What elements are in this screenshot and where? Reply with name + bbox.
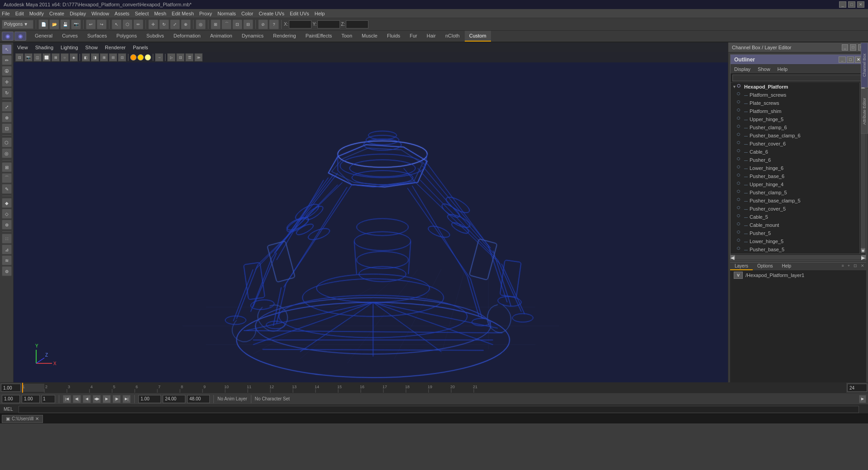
menu-window[interactable]: Window [91,11,109,16]
tree-item-14[interactable]: ⬡ — Pusher_cover_5 [731,205,859,213]
rotate-tool-btn[interactable]: ↻ [2,88,12,98]
frame-total-field[interactable] [187,395,210,403]
vp-menu-panels[interactable]: Panels [133,45,148,50]
channel-box-minimize[interactable]: _ [842,44,848,51]
cluster-btn[interactable]: ◆ [2,198,12,208]
paint-attr-btn[interactable]: ✎ [2,184,12,194]
tree-item-7[interactable]: ⬡ — Cable_6 [731,148,859,156]
lasso-button[interactable]: ⬡ [123,19,132,29]
outliner-menu-help[interactable]: Help [778,66,788,72]
light-color3-btn[interactable] [145,54,151,61]
transport-play-back[interactable]: ◀▶ [93,395,101,403]
transport-prev-key[interactable]: ◀| [73,395,81,403]
vp-iso-btn[interactable]: ◧ [82,53,90,61]
move-tool-btn[interactable]: ✛ [2,77,12,87]
close-button[interactable]: ✕ [857,1,864,8]
tab-painteffects[interactable]: PaintEffects [301,31,337,42]
move-button[interactable]: ✛ [148,19,158,29]
vp-menu-view[interactable]: View [17,45,28,50]
tab-surfaces[interactable]: Surfaces [83,31,111,42]
z-input[interactable] [346,20,368,28]
tab-animation[interactable]: Animation [206,31,237,42]
sculpt-btn[interactable]: ⦿ [2,66,12,76]
new-scene-button[interactable]: 📄 [38,19,48,29]
paint-sel-btn[interactable]: ◎ [2,148,12,158]
snap-curve-button[interactable]: ⌒ [222,19,231,29]
tab-ncloth[interactable]: nCloth [441,31,464,42]
menu-normals[interactable]: Normals [217,11,236,16]
tab-deformation[interactable]: Deformation [169,31,205,42]
outliner-menu-show[interactable]: Show [758,66,770,72]
lasso2-btn[interactable]: ⌒ [2,173,12,183]
tab-fluids[interactable]: Fluids [382,31,405,42]
tree-item-1[interactable]: ⬡ — Plate_screws [731,99,859,107]
maximize-button[interactable]: □ [848,1,855,8]
layer-btn-3[interactable]: ⊡ [852,263,859,270]
outliner-minimize[interactable]: _ [839,56,846,63]
turbulence-btn[interactable]: ≋ [2,255,12,265]
timeline-expand-btn[interactable]: ▶ [859,395,866,403]
tab-custom[interactable]: Custom [465,31,491,42]
tab-rendering[interactable]: Rendering [269,31,301,42]
snap-grid-button[interactable]: ⊞ [211,19,221,29]
scroll-down-btn[interactable]: ▼ [861,248,865,253]
menu-assets[interactable]: Assets [114,11,129,16]
lasso-tool-btn[interactable]: ⬡ [2,137,12,147]
radial-btn[interactable]: ⊚ [2,266,12,276]
tree-item-18[interactable]: ⬡ — Lower_hinge_5 [731,237,859,245]
vp-snap-btn[interactable]: ⊡ [176,53,184,61]
minimize-button[interactable]: _ [839,1,846,8]
transport-next-key[interactable]: |▶ [113,395,121,403]
range-end-field[interactable] [22,395,40,403]
tab-fur[interactable]: Fur [405,31,422,42]
vp-hide-btn[interactable]: ◨ [91,53,99,61]
paint-mode-btn[interactable]: ✏ [2,55,12,65]
tab-help-layer[interactable]: Help [777,263,796,270]
channel-box-edge-tab[interactable]: Channel Box [861,42,868,88]
tab-options[interactable]: Options [753,263,777,270]
tab-layers[interactable]: Layers [730,263,753,270]
save-button[interactable]: 💾 [60,19,70,29]
tree-item-11[interactable]: ⬡ — Upper_hinge_4 [731,180,859,188]
taskbar-close[interactable]: ✕ [35,416,39,421]
tree-item-6[interactable]: ⬡ — Pusher_cover_6 [731,140,859,148]
light-color2-btn[interactable] [137,54,144,61]
menu-select[interactable]: Select [135,11,149,16]
tree-item-10[interactable]: ⬡ — Pusher_base_6 [731,172,859,180]
tree-item-8[interactable]: ⬡ — Pusher_6 [731,156,859,164]
menu-createuvs[interactable]: Create UVs [259,11,284,16]
vp-fb-btn[interactable]: ◫ [33,53,42,61]
tab-polygons[interactable]: Polygons [112,31,141,42]
region-select-btn[interactable]: ⊞ [2,162,12,172]
tab-subdivs[interactable]: Subdivs [142,31,169,42]
vp-xray-btn[interactable]: ◈ [70,53,78,61]
vp-play-btn[interactable]: ▷ [167,53,175,61]
vp-smooth-btn[interactable]: ○ [61,53,69,61]
scale-tool-btn[interactable]: ⤢ [2,102,12,112]
menu-modify[interactable]: Modify [29,11,44,16]
vp-wire-btn[interactable]: ⊞ [52,53,60,61]
vp-camera-btn[interactable]: 📷 [24,53,33,61]
tree-item-4[interactable]: ⬡ — Pusher_clamp_6 [731,123,859,132]
vp-camera2-btn[interactable]: ⊡ [118,53,126,61]
tree-item-root[interactable]: ▼ ⬡ Hexapod_Platform [731,83,859,91]
y-input[interactable] [317,20,340,28]
particle-btn[interactable]: ∷ [2,234,12,244]
outliner-menu-display[interactable]: Display [734,66,750,72]
transport-prev[interactable]: ◀ [83,395,91,403]
vp-select-btn[interactable]: ⊡ [15,53,24,61]
menu-create[interactable]: Create [49,11,64,16]
soft-select-button[interactable]: ◎ [196,19,206,29]
outliner-hscrollbar[interactable]: ◀ ▶ [731,254,866,260]
transport-end[interactable]: ▶| [123,395,131,403]
tree-item-12[interactable]: ⬡ — Pusher_clamp_5 [731,188,859,197]
snap-btn-1[interactable]: ◉ [2,32,14,41]
tree-item-5[interactable]: ⬡ — Pusher_base_clamp_6 [731,132,859,140]
vp-menu-renderer[interactable]: Renderer [105,45,126,50]
rotate-button[interactable]: ↻ [159,19,169,29]
tab-general[interactable]: General [30,31,57,42]
channel-box-maximize[interactable]: □ [850,44,856,51]
layer-btn-1[interactable]: ≡ [840,263,845,270]
taskbar-maya-item[interactable]: ▣ C:\Users\lll ✕ [2,415,43,423]
undo-button[interactable]: ↩ [86,19,96,29]
